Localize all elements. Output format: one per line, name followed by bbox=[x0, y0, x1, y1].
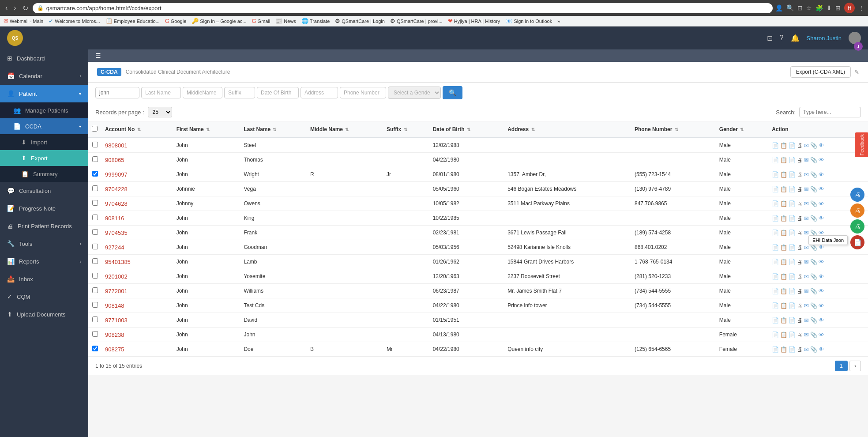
action-doc2-icon-1[interactable]: 📋 bbox=[780, 157, 787, 163]
action-mail-icon-1[interactable]: ✉ bbox=[804, 157, 809, 163]
action-mail-icon-10[interactable]: ✉ bbox=[804, 288, 809, 294]
action-document-icon-11[interactable]: 📄 bbox=[772, 302, 779, 309]
user-avatar-icon[interactable]: H bbox=[844, 3, 855, 13]
row-checkbox-7[interactable] bbox=[92, 244, 98, 249]
puzzle-icon[interactable]: 🧩 bbox=[815, 4, 823, 11]
action-document-icon-5[interactable]: 📄 bbox=[772, 215, 779, 222]
action-print-icon-10[interactable]: 🖨 bbox=[797, 288, 803, 294]
bookmark-microsoft[interactable]: ✓ Welcome to Micros... bbox=[49, 18, 100, 24]
sidebar-item-reports[interactable]: 📊 Reports ‹ bbox=[0, 252, 88, 270]
action-copy-icon-10[interactable]: 📄 bbox=[789, 288, 796, 294]
action-copy-icon-6[interactable]: 📄 bbox=[789, 230, 796, 236]
row-checkbox-1[interactable] bbox=[92, 156, 98, 162]
action-mail-icon-14[interactable]: ✉ bbox=[804, 346, 809, 353]
action-mail-icon-2[interactable]: ✉ bbox=[804, 171, 809, 178]
url-bar[interactable]: 🔒 qsmartcare.com/app/home.html#/ccda/exp… bbox=[33, 3, 773, 13]
action-attach-icon-14[interactable]: 📎 bbox=[810, 346, 817, 353]
feedback-tab[interactable]: Feedback bbox=[855, 132, 868, 157]
action-view-icon-14[interactable]: 👁 bbox=[819, 346, 824, 353]
checkbox-cell-9[interactable] bbox=[88, 269, 101, 284]
action-document-icon-1[interactable]: 📄 bbox=[772, 157, 779, 163]
account-link-7[interactable]: 927244 bbox=[105, 244, 124, 251]
account-link-12[interactable]: 9771003 bbox=[105, 317, 128, 324]
sidebar-item-import[interactable]: ⬇ Import bbox=[0, 134, 88, 150]
action-mail-icon-0[interactable]: ✉ bbox=[804, 142, 809, 149]
zoom-icon[interactable]: 🔍 bbox=[786, 4, 794, 11]
action-mail-icon-6[interactable]: ✉ bbox=[804, 230, 809, 236]
bookmark-translate[interactable]: 🌐 Translate bbox=[301, 18, 330, 24]
account-link-0[interactable]: 9808001 bbox=[105, 142, 128, 149]
bookmark-google[interactable]: G Google bbox=[165, 18, 187, 24]
action-doc2-icon-11[interactable]: 📋 bbox=[780, 302, 787, 309]
action-mail-icon-12[interactable]: ✉ bbox=[804, 317, 809, 324]
action-copy-icon-13[interactable]: 📄 bbox=[789, 332, 796, 338]
action-print-icon-3[interactable]: 🖨 bbox=[797, 186, 803, 192]
row-checkbox-2[interactable] bbox=[92, 171, 98, 177]
cast-icon[interactable]: ⊡ bbox=[797, 4, 803, 11]
action-print-icon-14[interactable]: 🖨 bbox=[797, 346, 803, 353]
bookmark-more[interactable]: » bbox=[557, 19, 560, 24]
checkbox-cell-5[interactable] bbox=[88, 211, 101, 226]
action-print-icon-5[interactable]: 🖨 bbox=[797, 215, 803, 222]
row-checkbox-11[interactable] bbox=[92, 302, 98, 308]
header-middle-name[interactable]: Middle Name ⇅ bbox=[307, 121, 383, 138]
bookmark-gmail[interactable]: G Gmail bbox=[252, 18, 270, 24]
sidebar-item-inbox[interactable]: 📥 Inbox bbox=[0, 270, 88, 288]
account-link-5[interactable]: 908116 bbox=[105, 215, 124, 222]
action-copy-icon-14[interactable]: 📄 bbox=[789, 346, 796, 353]
checkbox-cell-8[interactable] bbox=[88, 255, 101, 269]
action-copy-icon-1[interactable]: 📄 bbox=[789, 157, 796, 163]
gender-select[interactable]: Select a Gender Male Female bbox=[388, 87, 441, 99]
float-btn-blue[interactable]: 🖨 bbox=[850, 188, 864, 202]
account-link-3[interactable]: 9704228 bbox=[105, 186, 128, 192]
sidebar-item-export[interactable]: ⬆ Export bbox=[0, 150, 88, 166]
action-attach-icon-4[interactable]: 📎 bbox=[810, 200, 817, 207]
action-attach-icon-2[interactable]: 📎 bbox=[810, 171, 817, 178]
bookmark-signin-google[interactable]: 🔑 Sign in – Google ac... bbox=[192, 18, 246, 24]
checkbox-cell-0[interactable] bbox=[88, 138, 101, 153]
account-link-13[interactable]: 908238 bbox=[105, 332, 124, 338]
phone-input[interactable] bbox=[340, 87, 386, 98]
action-copy-icon-3[interactable]: 📄 bbox=[789, 186, 796, 192]
account-link-8[interactable]: 95401385 bbox=[105, 259, 131, 265]
suffix-input[interactable] bbox=[224, 87, 255, 98]
forward-button[interactable]: › bbox=[12, 3, 18, 13]
action-mail-icon-9[interactable]: ✉ bbox=[804, 273, 809, 280]
action-view-icon-8[interactable]: 👁 bbox=[819, 259, 824, 265]
bookmark-hyjiya[interactable]: ❤ Hyjiya | HRA | History bbox=[448, 18, 500, 24]
row-checkbox-6[interactable] bbox=[92, 229, 98, 235]
action-view-icon-5[interactable]: 👁 bbox=[819, 215, 824, 222]
checkbox-cell-6[interactable] bbox=[88, 226, 101, 240]
sidebar-item-summary[interactable]: 📋 Summary bbox=[0, 166, 88, 182]
action-copy-icon-5[interactable]: 📄 bbox=[789, 215, 796, 222]
sidebar-item-print-patient-records[interactable]: 🖨 Print Patient Records bbox=[0, 217, 88, 235]
action-copy-icon-0[interactable]: 📄 bbox=[789, 142, 796, 149]
action-view-icon-2[interactable]: 👁 bbox=[819, 171, 824, 178]
action-document-icon-0[interactable]: 📄 bbox=[772, 142, 779, 149]
checkbox-cell-14[interactable] bbox=[88, 342, 101, 357]
account-link-10[interactable]: 9772001 bbox=[105, 288, 128, 294]
bell-icon[interactable]: 🔔 bbox=[791, 34, 800, 42]
sidebar-item-patient[interactable]: 👤 Patient ▾ bbox=[0, 85, 88, 102]
action-attach-icon-8[interactable]: 📎 bbox=[810, 259, 817, 265]
action-mail-icon-7[interactable]: ✉ bbox=[804, 244, 809, 251]
bookmark-qsmartcare-login[interactable]: ⚙ QSmartCare | Login bbox=[335, 18, 385, 24]
username-label[interactable]: Sharon Justin bbox=[807, 35, 842, 41]
header-suffix[interactable]: Suffix ⇅ bbox=[383, 121, 429, 138]
action-doc2-icon-6[interactable]: 📋 bbox=[780, 230, 787, 236]
checkbox-cell-4[interactable] bbox=[88, 196, 101, 211]
action-view-icon-13[interactable]: 👁 bbox=[819, 332, 824, 338]
search-button[interactable]: 🔍 bbox=[443, 86, 462, 99]
action-print-icon-6[interactable]: 🖨 bbox=[797, 230, 803, 236]
header-gender[interactable]: Gender ⇅ bbox=[716, 121, 768, 138]
sidebar-item-ccda[interactable]: 📄 CCDA ▾ bbox=[0, 118, 88, 134]
next-page-button[interactable]: › bbox=[849, 361, 861, 371]
checkbox-cell-1[interactable] bbox=[88, 153, 101, 167]
action-doc2-icon-10[interactable]: 📋 bbox=[780, 288, 787, 294]
action-doc2-icon-8[interactable]: 📋 bbox=[780, 259, 787, 265]
select-all-checkbox[interactable] bbox=[92, 126, 98, 132]
action-view-icon-1[interactable]: 👁 bbox=[819, 157, 824, 163]
refresh-button[interactable]: ↻ bbox=[21, 3, 30, 13]
action-print-icon-0[interactable]: 🖨 bbox=[797, 142, 803, 149]
action-view-icon-0[interactable]: 👁 bbox=[819, 142, 824, 149]
